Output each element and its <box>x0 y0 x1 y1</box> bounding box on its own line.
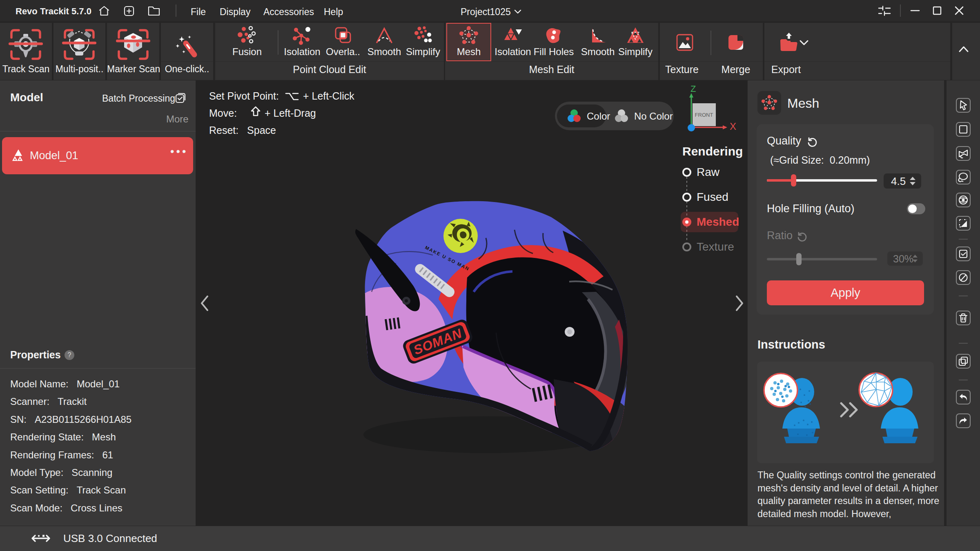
svg-text:FRONT: FRONT <box>695 112 713 118</box>
